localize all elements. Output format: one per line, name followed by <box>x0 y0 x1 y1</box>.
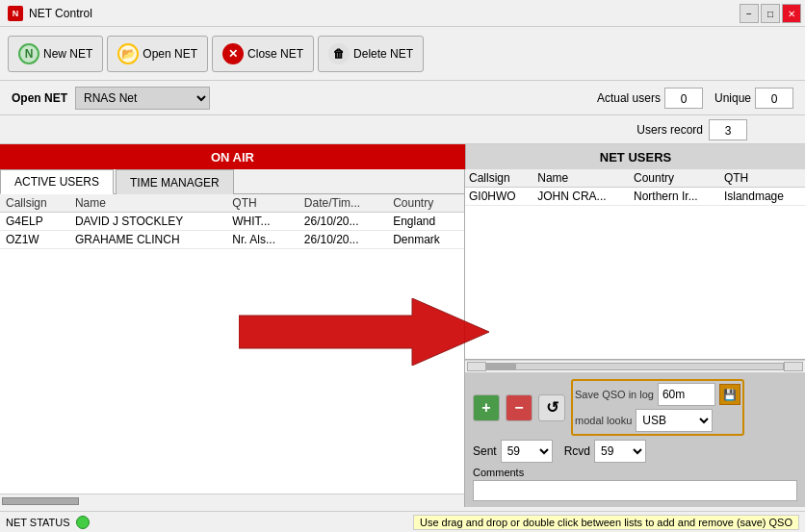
window-controls: − □ ✕ <box>740 4 801 23</box>
delete-net-button[interactable]: 🗑 Delete NET <box>318 36 424 72</box>
close-button[interactable]: ✕ <box>782 4 801 23</box>
new-net-icon: N <box>18 43 39 64</box>
controls-area: + − ↺ Save QSO in log 💾 modal looku U <box>465 373 805 507</box>
close-net-icon: ✕ <box>222 43 244 64</box>
tab-active-users[interactable]: ACTIVE USERS <box>0 169 114 194</box>
net-info-right: Actual users 0 Unique 0 <box>597 88 793 109</box>
col-qth: QTH <box>226 194 299 213</box>
col-callsign: Callsign <box>0 194 69 213</box>
comments-input[interactable] <box>473 480 797 501</box>
table-row[interactable]: G4ELP DAVID J STOCKLEY WHIT... 26/10/20.… <box>0 213 464 231</box>
cell-callsign: OZ1W <box>0 231 69 249</box>
on-air-header: ON AIR <box>0 144 465 169</box>
nu-col-name: Name <box>533 169 630 188</box>
unique-value: 0 <box>755 88 793 109</box>
new-net-button[interactable]: N New NET <box>8 36 103 72</box>
active-users-table: Callsign Name QTH Date/Tim... Country G4… <box>0 194 464 249</box>
cell-qth: WHIT... <box>226 213 299 231</box>
rcvd-label: Rcvd <box>564 444 590 458</box>
main-content: ACTIVE USERS TIME MANAGER Callsign Name … <box>0 169 805 507</box>
maximize-button[interactable]: □ <box>761 4 780 23</box>
controls-row1: + − ↺ Save QSO in log 💾 modal looku U <box>473 379 797 436</box>
remove-button[interactable]: − <box>506 394 532 421</box>
actual-users-label: Actual users <box>597 91 661 105</box>
users-record-value: 3 <box>709 119 747 140</box>
table-row[interactable]: OZ1W GRAHAME CLINCH Nr. Als... 26/10/20.… <box>0 231 464 249</box>
nu-cell-name: JOHN CRA... <box>533 188 630 206</box>
col-country: Country <box>387 194 464 213</box>
col-name: Name <box>69 194 226 213</box>
net-status-label: NET STATUS <box>6 517 70 528</box>
cell-date: 26/10/20... <box>299 231 387 249</box>
add-button[interactable]: + <box>473 394 500 421</box>
open-net-row: Open NET RNAS Net Actual users 0 Unique … <box>0 81 805 115</box>
net-users-scrollbar[interactable] <box>465 360 805 373</box>
net-users-header: NET USERS <box>465 144 805 169</box>
comments-row: Comments <box>473 467 797 501</box>
open-net-icon: 📂 <box>117 43 139 64</box>
nu-cell-callsign: GI0HWO <box>465 188 533 206</box>
cell-name: GRAHAME CLINCH <box>69 231 226 249</box>
nu-cell-qth: Islandmage <box>720 188 805 206</box>
toolbar: N New NET 📂 Open NET ✕ Close NET 🗑 Delet… <box>0 27 805 81</box>
actual-users-value: 0 <box>664 88 703 109</box>
modal-lookup-label: modal looku <box>575 415 632 426</box>
net-users-row[interactable]: GI0HWO JOHN CRA... Northern Ir... Island… <box>465 188 805 206</box>
tabs: ACTIVE USERS TIME MANAGER <box>0 169 464 194</box>
app-title: NET Control <box>29 7 92 20</box>
status-bar: NET STATUS Use drag and drop or double c… <box>0 511 805 532</box>
net-users-table: Callsign Name Country QTH GI0HWO JOHN CR… <box>465 169 805 206</box>
cell-name: DAVID J STOCKLEY <box>69 213 226 231</box>
left-panel: ACTIVE USERS TIME MANAGER Callsign Name … <box>0 169 465 507</box>
users-record-row: Users record 3 <box>0 115 805 144</box>
nu-col-country: Country <box>630 169 720 188</box>
net-users-table-area[interactable]: Callsign Name Country QTH GI0HWO JOHN CR… <box>465 169 805 360</box>
modal-lookup-select[interactable]: USB LSB FM AM <box>636 409 713 432</box>
sent-label: Sent <box>473 444 497 458</box>
minimize-button[interactable]: − <box>740 4 759 23</box>
title-bar: N NET Control − □ ✕ <box>0 0 805 27</box>
tab-time-manager[interactable]: TIME MANAGER <box>116 169 234 194</box>
sent-select[interactable]: 59 58 57 <box>501 440 553 463</box>
save-qso-label: Save QSO in log <box>575 389 654 400</box>
status-hint: Use drag and drop or double click betwee… <box>413 515 799 530</box>
rcvd-select[interactable]: 59 58 57 <box>594 440 646 463</box>
save-qso-icon[interactable]: 💾 <box>719 384 740 405</box>
net-select[interactable]: RNAS Net <box>75 87 210 110</box>
right-panel: Callsign Name Country QTH GI0HWO JOHN CR… <box>465 169 805 507</box>
nu-col-qth: QTH <box>720 169 805 188</box>
col-datetime: Date/Tim... <box>299 194 387 213</box>
delete-net-icon: 🗑 <box>328 43 350 64</box>
app-icon: N <box>8 6 23 21</box>
save-qso-box: Save QSO in log 💾 modal looku USB LSB FM… <box>571 379 744 436</box>
open-net-button[interactable]: 📂 Open NET <box>107 36 208 72</box>
nu-cell-country: Northern Ir... <box>630 188 720 206</box>
close-net-button[interactable]: ✕ Close NET <box>212 36 314 72</box>
unique-label: Unique <box>714 91 751 105</box>
cell-date: 26/10/20... <box>299 213 387 231</box>
users-record-label: Users record <box>636 123 703 137</box>
cell-country: Denmark <box>387 231 464 249</box>
nu-col-callsign: Callsign <box>465 169 533 188</box>
refresh-button[interactable]: ↺ <box>538 394 565 421</box>
status-indicator <box>76 516 90 529</box>
section-headers: ON AIR NET USERS <box>0 144 805 169</box>
sent-rcvd-row: Sent 59 58 57 Rcvd 59 58 57 <box>473 440 797 463</box>
save-qso-input[interactable] <box>658 383 715 406</box>
open-net-label: Open NET <box>12 91 67 105</box>
cell-country: England <box>387 213 464 231</box>
cell-callsign: G4ELP <box>0 213 69 231</box>
left-scrollbar[interactable] <box>0 494 464 507</box>
cell-qth: Nr. Als... <box>226 231 299 249</box>
comments-label: Comments <box>473 467 797 478</box>
active-users-table-wrapper[interactable]: Callsign Name QTH Date/Tim... Country G4… <box>0 194 464 494</box>
